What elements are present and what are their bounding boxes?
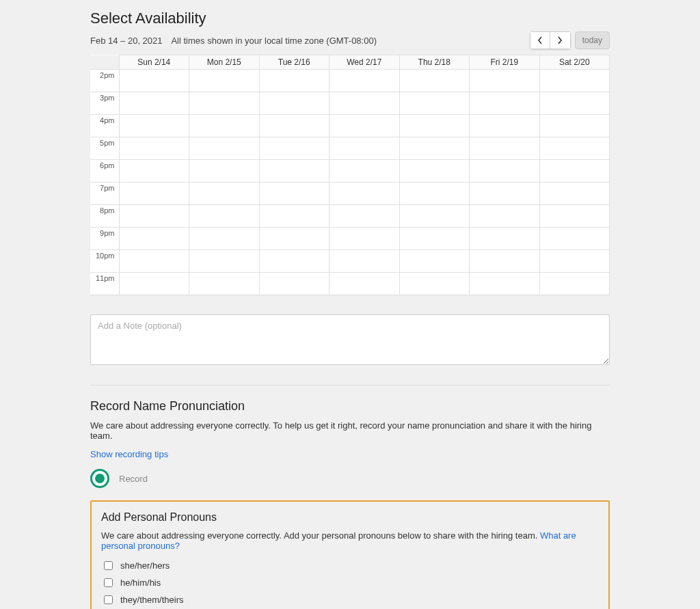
calendar-slot[interactable] [189, 70, 260, 92]
calendar-hour-label: 10pm [90, 250, 119, 273]
calendar-slot[interactable] [470, 250, 540, 273]
calendar-slot[interactable] [259, 137, 329, 160]
calendar-slot[interactable] [539, 205, 610, 228]
calendar-slot[interactable] [539, 137, 610, 160]
calendar-slot[interactable] [259, 250, 329, 273]
calendar-slot[interactable] [259, 228, 329, 250]
calendar-hour-label: 9pm [90, 228, 119, 250]
calendar-slot[interactable] [539, 160, 610, 182]
calendar-slot[interactable] [470, 160, 540, 182]
calendar-slot[interactable] [259, 115, 329, 137]
calendar-slot[interactable] [329, 273, 400, 295]
calendar-slot[interactable] [259, 160, 329, 182]
calendar-slot[interactable] [329, 137, 400, 160]
calendar-slot[interactable] [399, 228, 470, 250]
calendar-day-header: Sun 2/14 [119, 55, 189, 70]
calendar-slot[interactable] [329, 182, 400, 205]
calendar-slot[interactable] [399, 70, 470, 92]
calendar-slot[interactable] [399, 160, 470, 182]
calendar-hour-label: 3pm [90, 92, 119, 115]
calendar-slot[interactable] [119, 273, 189, 295]
calendar-slot[interactable] [539, 228, 610, 250]
calendar-slot[interactable] [470, 70, 540, 92]
calendar-slot[interactable] [539, 115, 610, 137]
calendar-slot[interactable] [399, 92, 470, 115]
calendar-hour-label: 2pm [90, 70, 119, 92]
calendar-slot[interactable] [399, 182, 470, 205]
calendar-slot[interactable] [329, 70, 400, 92]
calendar-slot[interactable] [470, 228, 540, 250]
calendar-slot[interactable] [470, 205, 540, 228]
calendar-slot[interactable] [399, 137, 470, 160]
calendar-day-header: Tue 2/16 [259, 55, 329, 70]
pronunciation-desc: We care about addressing everyone correc… [90, 420, 610, 441]
calendar-slot[interactable] [119, 115, 189, 137]
next-week-button[interactable] [550, 31, 571, 49]
calendar-hour-label: 8pm [90, 205, 119, 228]
calendar-slot[interactable] [259, 92, 329, 115]
calendar-slot[interactable] [470, 273, 540, 295]
calendar-slot[interactable] [189, 205, 260, 228]
calendar-slot[interactable] [470, 182, 540, 205]
calendar-slot[interactable] [259, 273, 329, 295]
calendar-slot[interactable] [399, 205, 470, 228]
calendar-slot[interactable] [399, 250, 470, 273]
pronoun-option-label: he/him/his [120, 578, 161, 588]
pronoun-checkbox[interactable] [104, 561, 113, 570]
pronouns-desc-text: We care about addressing everyone correc… [101, 530, 540, 541]
calendar-slot[interactable] [329, 250, 400, 273]
pronoun-checkbox[interactable] [104, 578, 113, 587]
calendar-slot[interactable] [119, 137, 189, 160]
calendar-hour-label: 6pm [90, 160, 119, 182]
calendar-slot[interactable] [189, 250, 260, 273]
pronoun-option: they/them/theirs [101, 593, 599, 606]
calendar-slot[interactable] [399, 273, 470, 295]
calendar-slot[interactable] [189, 92, 260, 115]
record-label: Record [119, 474, 148, 484]
calendar-slot[interactable] [189, 137, 260, 160]
calendar-time-column-header [90, 55, 119, 70]
calendar-slot[interactable] [189, 160, 260, 182]
section-divider [90, 385, 610, 385]
calendar-slot[interactable] [329, 115, 400, 137]
availability-calendar[interactable]: Sun 2/14Mon 2/15Tue 2/16Wed 2/17Thu 2/18… [90, 55, 610, 295]
chevron-right-icon [557, 36, 563, 44]
calendar-slot[interactable] [539, 182, 610, 205]
calendar-slot[interactable] [119, 205, 189, 228]
calendar-slot[interactable] [470, 115, 540, 137]
pronoun-checkbox[interactable] [104, 595, 113, 604]
calendar-slot[interactable] [539, 273, 610, 295]
note-input[interactable] [90, 314, 610, 365]
calendar-slot[interactable] [539, 92, 610, 115]
calendar-hour-label: 5pm [90, 137, 119, 160]
calendar-slot[interactable] [259, 182, 329, 205]
recording-tips-link[interactable]: Show recording tips [90, 449, 168, 459]
calendar-slot[interactable] [329, 228, 400, 250]
prev-week-button[interactable] [530, 31, 550, 49]
calendar-slot[interactable] [470, 92, 540, 115]
calendar-slot[interactable] [119, 160, 189, 182]
calendar-slot[interactable] [119, 70, 189, 92]
calendar-slot[interactable] [539, 70, 610, 92]
calendar-day-header: Thu 2/18 [399, 55, 470, 70]
calendar-slot[interactable] [189, 228, 260, 250]
calendar-slot[interactable] [119, 250, 189, 273]
today-button[interactable]: today [575, 31, 610, 49]
calendar-slot[interactable] [329, 92, 400, 115]
pronoun-option-label: they/them/theirs [120, 595, 184, 605]
calendar-slot[interactable] [189, 182, 260, 205]
calendar-slot[interactable] [329, 160, 400, 182]
record-button[interactable] [90, 469, 109, 488]
calendar-slot[interactable] [119, 92, 189, 115]
calendar-slot[interactable] [259, 205, 329, 228]
calendar-slot[interactable] [329, 205, 400, 228]
calendar-slot[interactable] [119, 182, 189, 205]
pronoun-option: he/him/his [101, 576, 599, 589]
calendar-slot[interactable] [189, 273, 260, 295]
calendar-slot[interactable] [259, 70, 329, 92]
calendar-slot[interactable] [539, 250, 610, 273]
calendar-slot[interactable] [399, 115, 470, 137]
calendar-slot[interactable] [470, 137, 540, 160]
calendar-slot[interactable] [119, 228, 189, 250]
calendar-slot[interactable] [189, 115, 260, 137]
